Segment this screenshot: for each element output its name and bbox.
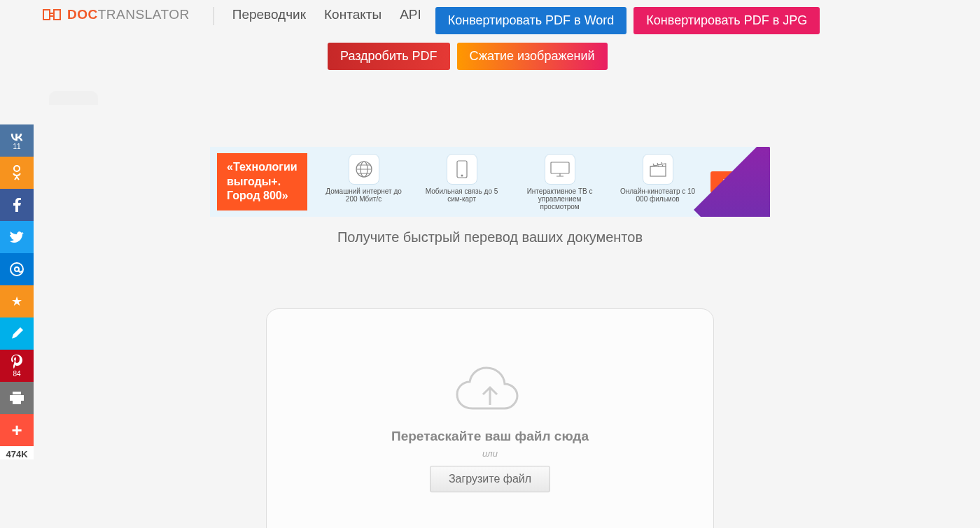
phone-icon: [456, 159, 468, 179]
nav-translator[interactable]: Переводчик: [232, 7, 306, 22]
main-content: «Технологии выгоды+. Город 800» Домашний…: [0, 70, 980, 528]
share-mail[interactable]: [0, 253, 34, 285]
share-more[interactable]: +: [0, 414, 34, 446]
button-row-1: Конвертировать PDF в Word Конвертировать…: [435, 7, 820, 34]
ad-item-tv: Интерактивное ТВ с управлением просмотро…: [522, 154, 598, 211]
dropzone-or: или: [482, 448, 498, 459]
ad-badge: «Технологии выгоды+. Город 800»: [217, 153, 307, 211]
cloud-upload-icon: [451, 363, 528, 419]
btn-compress-img[interactable]: Сжатие изображений: [457, 43, 608, 70]
tagline: Получите быстрый перевод ваших документо…: [0, 229, 980, 245]
ad-item-internet: Домашний интернет до 200 Мбит/с: [326, 154, 402, 211]
svg-point-11: [461, 174, 463, 176]
share-facebook[interactable]: [0, 189, 34, 221]
logo-text: DOCTRANSLATOR: [67, 7, 190, 22]
print-icon: [10, 392, 24, 404]
ad-label: Мобильная связь до 5 сим-карт: [424, 187, 500, 203]
twitter-icon: [10, 231, 24, 243]
svg-point-6: [10, 263, 23, 276]
dropzone-title: Перетаскайте ваш файл сюда: [391, 429, 589, 444]
star-icon: ★: [11, 294, 22, 309]
nav-contacts[interactable]: Контакты: [324, 7, 382, 22]
button-row-2: Раздробить PDF Сжатие изображений: [328, 43, 938, 70]
vk-icon: [9, 131, 24, 141]
file-dropzone[interactable]: Перетаскайте ваш файл сюда или Загрузите…: [266, 308, 714, 528]
share-pinterest[interactable]: 84: [0, 350, 34, 382]
ad-label: Домашний интернет до 200 Мбит/с: [326, 187, 402, 203]
btn-split-pdf[interactable]: Раздробить PDF: [328, 43, 450, 70]
ad-item-mobile: Мобильная связь до 5 сим-карт: [424, 154, 500, 211]
ad-item-cinema: Онлайн-кинотеатр с 10 000 фильмов: [620, 154, 696, 211]
share-total: 474K: [0, 446, 34, 459]
share-print[interactable]: [0, 382, 34, 414]
globe-icon: [355, 160, 373, 178]
share-vk[interactable]: 11: [0, 124, 34, 157]
svg-rect-12: [551, 162, 569, 173]
share-twitter[interactable]: [0, 221, 34, 253]
share-sidebar: 11 ★ 84 + 474K: [0, 124, 34, 459]
facebook-icon: [13, 198, 21, 212]
ok-icon: [12, 165, 22, 180]
upload-button[interactable]: Загрузите файл: [430, 466, 550, 492]
btn-pdf-to-word[interactable]: Конвертировать PDF в Word: [435, 7, 627, 34]
at-icon: [10, 262, 24, 276]
ad-decor: [694, 147, 770, 217]
btn-pdf-to-jpg[interactable]: Конвертировать PDF в JPG: [634, 7, 820, 34]
divider: [214, 7, 214, 25]
ad-label: Интерактивное ТВ с управлением просмотро…: [522, 187, 598, 211]
vk-count: 11: [13, 143, 20, 150]
logo[interactable]: DOCTRANSLATOR: [42, 7, 190, 22]
share-ok[interactable]: [0, 157, 34, 189]
pencil-icon: [10, 327, 23, 340]
ad-banner[interactable]: «Технологии выгоды+. Город 800» Домашний…: [210, 147, 770, 217]
nav-api[interactable]: API: [400, 7, 421, 22]
nav-links: Переводчик Контакты API: [232, 7, 421, 22]
share-favorite[interactable]: ★: [0, 285, 34, 317]
svg-point-5: [14, 166, 20, 171]
ad-items: Домашний интернет до 200 Мбит/с Мобильна…: [326, 154, 696, 211]
pin-count: 84: [13, 370, 20, 378]
ad-label: Онлайн-кинотеатр с 10 000 фильмов: [620, 187, 696, 203]
logo-icon: [42, 7, 62, 22]
share-livejournal[interactable]: [0, 317, 34, 350]
plus-icon: +: [11, 420, 22, 441]
tv-icon: [550, 161, 570, 178]
header: DOCTRANSLATOR Переводчик Контакты API Ко…: [0, 0, 980, 70]
svg-rect-13: [650, 166, 666, 176]
pinterest-icon: [11, 355, 22, 369]
clapper-icon: [649, 161, 667, 178]
